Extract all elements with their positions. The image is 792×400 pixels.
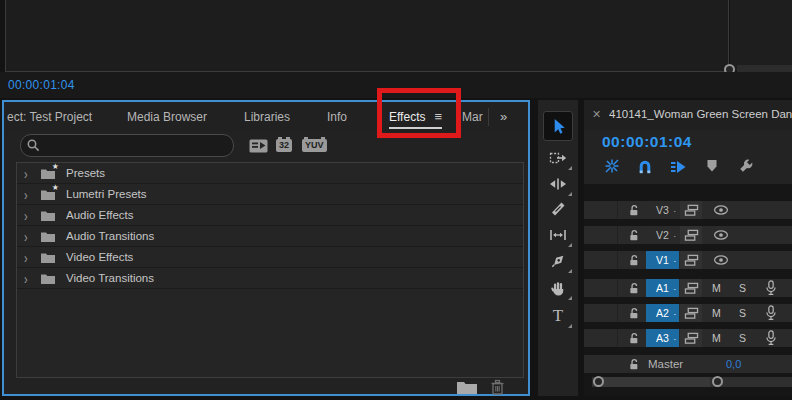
slip-icon: [549, 226, 567, 244]
track-lock-icon[interactable]: [627, 306, 641, 320]
mute-button[interactable]: M: [712, 279, 721, 297]
sequence-tab-title[interactable]: 410141_Woman Green Screen Dancing: [609, 108, 792, 120]
add-marker-icon[interactable]: [703, 157, 721, 175]
folder-icon: [40, 251, 56, 264]
sync-lock-icon: [684, 332, 699, 345]
monitor-right-gutter: [730, 0, 792, 71]
track-target-toggle[interactable]: V3.: [646, 201, 679, 219]
ripple-edit-icon: [549, 175, 567, 193]
monitor-timecode[interactable]: 00:00:01:04: [8, 78, 75, 92]
tab-libraries[interactable]: Libraries: [244, 102, 290, 132]
mute-button[interactable]: M: [712, 329, 721, 347]
tree-item-video-effects[interactable]: › Video Effects: [17, 247, 523, 268]
sync-lock-toggle[interactable]: [680, 279, 702, 297]
track-target-toggle[interactable]: V1.: [646, 251, 679, 269]
mute-button[interactable]: M: [712, 304, 721, 322]
tree-item-audio-effects[interactable]: › Audio Effects: [17, 205, 523, 226]
track-row-a3: A3. M S: [584, 329, 792, 347]
tree-item-lumetri-presets[interactable]: › ★ Lumetri Presets: [17, 184, 523, 205]
solo-button[interactable]: S: [739, 304, 746, 322]
track-row-v2: V2.: [584, 226, 792, 244]
solo-button[interactable]: S: [739, 329, 746, 347]
tab-info[interactable]: Info: [327, 102, 347, 132]
slip-tool-button[interactable]: [543, 222, 573, 248]
effects-tree-list: › ★ Presets › ★ Lumetri Presets ›: [16, 162, 524, 378]
voiceover-record-mic-icon[interactable]: [764, 280, 778, 296]
sync-lock-toggle[interactable]: [680, 226, 702, 244]
track-output-eye-icon[interactable]: [713, 253, 729, 267]
track-lock-icon[interactable]: [627, 228, 641, 242]
tree-item-label: Video Transitions: [66, 272, 154, 284]
track-output-eye-icon[interactable]: [713, 228, 729, 242]
track-target-toggle[interactable]: A1.: [646, 279, 679, 297]
sync-lock-toggle[interactable]: [680, 304, 702, 322]
expand-chevron-icon[interactable]: ›: [24, 207, 34, 224]
razor-tool-button[interactable]: [543, 196, 573, 222]
tree-item-video-transitions[interactable]: › Video Transitions: [17, 268, 523, 289]
voiceover-record-mic-icon[interactable]: [764, 305, 778, 321]
solo-button[interactable]: S: [739, 279, 746, 297]
ripple-edit-tool-button[interactable]: [543, 171, 573, 197]
folder-star-icon: ★: [40, 188, 56, 201]
effects-search-input[interactable]: [20, 134, 234, 157]
tab-divider: [488, 108, 489, 126]
track-lock-icon[interactable]: [627, 331, 641, 345]
track-row-master: Master 0,0: [584, 355, 792, 373]
zoom-scrollbar-thumb[interactable]: [599, 377, 710, 387]
red-highlight-box: [377, 88, 461, 138]
selection-arrow-icon: [550, 118, 567, 135]
track-target-toggle[interactable]: V2.: [646, 226, 679, 244]
track-select-forward-tool-button[interactable]: [543, 145, 573, 171]
tab-overflow-chevron[interactable]: »: [500, 102, 506, 132]
tree-item-presets[interactable]: › ★ Presets: [17, 163, 523, 184]
track-lock-icon[interactable]: [627, 357, 641, 371]
voiceover-record-mic-icon[interactable]: [764, 330, 778, 346]
hand-icon: [550, 280, 567, 297]
tab-media-browser[interactable]: Media Browser: [127, 102, 207, 132]
yuv-effects-filter-icon[interactable]: YUV: [302, 139, 327, 152]
expand-chevron-icon[interactable]: ›: [24, 165, 34, 182]
expand-chevron-icon[interactable]: ›: [24, 186, 34, 203]
track-lock-icon[interactable]: [627, 253, 641, 267]
sync-lock-icon: [684, 204, 699, 217]
selection-tool-button[interactable]: [543, 111, 573, 141]
type-tool-button[interactable]: T: [543, 303, 573, 329]
track-target-toggle[interactable]: A3.: [646, 329, 679, 347]
tree-item-audio-transitions[interactable]: › Audio Transitions: [17, 226, 523, 247]
accelerated-effects-filter-icon[interactable]: [249, 138, 268, 153]
sync-lock-toggle[interactable]: [680, 329, 702, 347]
track-output-eye-icon[interactable]: [713, 203, 729, 217]
track-target-toggle[interactable]: A2.: [646, 304, 679, 322]
track-row-v3: V3.: [584, 201, 792, 219]
linked-selection-icon[interactable]: [669, 157, 687, 175]
bit32-effects-filter-icon[interactable]: 32: [276, 139, 292, 152]
expand-chevron-icon[interactable]: ›: [24, 249, 34, 266]
track-lock-icon[interactable]: [627, 203, 641, 217]
sync-lock-toggle[interactable]: [680, 201, 702, 219]
tab-markers[interactable]: Mar: [462, 102, 486, 132]
sync-lock-icon: [684, 307, 699, 320]
pen-icon: [549, 252, 567, 270]
tab-project[interactable]: ect: Test Project: [7, 102, 92, 132]
sync-lock-toggle[interactable]: [680, 251, 702, 269]
timeline-settings-wrench-icon[interactable]: [737, 157, 755, 175]
premiere-workspace: 00:00:01:04 ect: Test Project Media Brow…: [0, 0, 792, 400]
new-custom-bin-button[interactable]: [456, 380, 478, 394]
timeline-zoom-scrollbar[interactable]: [592, 377, 792, 387]
track-lock-icon[interactable]: [627, 281, 641, 295]
folder-icon: [40, 230, 56, 243]
timeline-timecode[interactable]: 00:00:01:04: [602, 133, 692, 151]
delete-custom-item-button[interactable]: [490, 379, 505, 395]
pen-tool-button[interactable]: [543, 248, 573, 274]
tree-item-label: Video Effects: [66, 251, 133, 263]
razor-icon: [549, 200, 567, 218]
zoom-handle-right[interactable]: [712, 376, 723, 387]
snap-magnet-icon[interactable]: [636, 157, 654, 175]
zoom-handle-left[interactable]: [593, 376, 604, 387]
master-gain-value[interactable]: 0,0: [726, 355, 741, 373]
nest-sequences-icon[interactable]: [603, 157, 621, 175]
hand-tool-button[interactable]: [543, 275, 573, 301]
close-icon[interactable]: ✕: [592, 108, 601, 121]
expand-chevron-icon[interactable]: ›: [24, 228, 34, 245]
expand-chevron-icon[interactable]: ›: [24, 270, 34, 287]
